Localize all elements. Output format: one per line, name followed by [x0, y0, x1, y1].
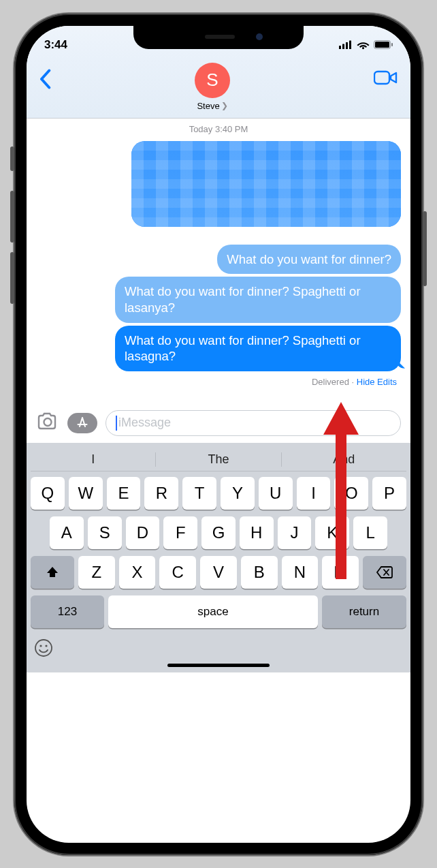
- contact-name: Steve: [197, 101, 219, 111]
- camera-icon: [36, 412, 59, 431]
- suggestion[interactable]: And: [282, 452, 406, 467]
- svg-rect-6: [391, 43, 393, 46]
- status-icons: [339, 40, 393, 50]
- facetime-button[interactable]: [374, 69, 398, 89]
- hide-edits-button[interactable]: Hide Edits: [357, 377, 397, 387]
- message-edit-history[interactable]: What do you want for dinner?: [217, 245, 401, 275]
- chevron-left-icon: [39, 69, 51, 89]
- message-text: What do you want for dinner? Spaghetti o…: [125, 284, 361, 315]
- key-n[interactable]: N: [282, 556, 319, 589]
- composer-bar: iMessage: [27, 405, 410, 443]
- backspace-icon: [376, 565, 393, 579]
- key-j[interactable]: J: [278, 516, 312, 549]
- svg-point-9: [35, 640, 52, 656]
- key-z[interactable]: Z: [78, 556, 115, 589]
- notch: [133, 26, 304, 49]
- key-g[interactable]: G: [201, 516, 236, 549]
- key-b[interactable]: B: [241, 556, 278, 589]
- key-s[interactable]: S: [88, 516, 122, 549]
- svg-rect-7: [374, 72, 389, 84]
- key-h[interactable]: H: [240, 516, 274, 549]
- message-redacted[interactable]: [131, 141, 401, 227]
- app-store-button[interactable]: [67, 413, 97, 433]
- suggestion[interactable]: I: [31, 452, 156, 467]
- space-key[interactable]: space: [108, 595, 318, 628]
- keyboard: I The And Q W E R T Y U I O P A S D F: [27, 443, 410, 672]
- message-text: What do you want for dinner? Spaghetti o…: [125, 333, 361, 364]
- key-u[interactable]: U: [259, 477, 293, 510]
- message-text: What do you want for dinner?: [227, 252, 391, 266]
- key-t[interactable]: T: [182, 477, 216, 510]
- timestamp: Today 3:40 PM: [36, 124, 401, 134]
- svg-rect-2: [346, 42, 348, 49]
- svg-point-10: [39, 645, 42, 647]
- return-key[interactable]: return: [322, 595, 406, 628]
- key-i[interactable]: I: [297, 477, 331, 510]
- emoji-button[interactable]: [33, 642, 54, 662]
- shift-icon: [45, 565, 60, 580]
- key-d[interactable]: D: [126, 516, 160, 549]
- message-placeholder: iMessage: [118, 416, 171, 430]
- avatar: S: [195, 63, 230, 98]
- home-indicator[interactable]: [167, 664, 270, 667]
- svg-rect-5: [375, 42, 389, 48]
- message-sent[interactable]: What do you want for dinner? Spaghetti o…: [115, 326, 401, 371]
- status-time: 3:44: [44, 38, 67, 52]
- key-o[interactable]: O: [334, 477, 368, 510]
- text-cursor: [116, 416, 117, 431]
- key-y[interactable]: Y: [221, 477, 255, 510]
- key-q[interactable]: Q: [31, 477, 65, 510]
- svg-rect-0: [339, 46, 341, 49]
- svg-rect-1: [342, 44, 344, 50]
- back-button[interactable]: [39, 68, 51, 95]
- key-e[interactable]: E: [107, 477, 141, 510]
- avatar-initial: S: [206, 69, 218, 91]
- numbers-key[interactable]: 123: [31, 595, 104, 628]
- key-v[interactable]: V: [200, 556, 237, 589]
- quicktype-bar: I The And: [31, 448, 406, 471]
- wifi-icon: [357, 40, 370, 50]
- contact-header[interactable]: S Steve ❯: [195, 63, 230, 111]
- emoji-icon: [33, 638, 54, 658]
- cellular-icon: [339, 40, 353, 49]
- svg-point-11: [45, 645, 47, 647]
- key-r[interactable]: R: [144, 477, 178, 510]
- shift-key[interactable]: [31, 556, 74, 589]
- key-x[interactable]: X: [119, 556, 156, 589]
- key-f[interactable]: F: [163, 516, 197, 549]
- camera-button[interactable]: [36, 412, 59, 434]
- backspace-key[interactable]: [363, 556, 406, 589]
- conversation-header: S Steve ❯: [27, 59, 410, 119]
- chevron-right-icon: ❯: [221, 101, 228, 110]
- key-a[interactable]: A: [50, 516, 84, 549]
- svg-point-8: [44, 418, 52, 426]
- key-k[interactable]: K: [315, 516, 349, 549]
- message-status-line: Delivered · Hide Edits: [36, 374, 401, 388]
- battery-icon: [374, 40, 393, 49]
- key-w[interactable]: W: [69, 477, 103, 510]
- key-m[interactable]: M: [322, 556, 359, 589]
- message-edit-history[interactable]: What do you want for dinner? Spaghetti o…: [115, 277, 401, 322]
- key-p[interactable]: P: [372, 477, 406, 510]
- app-store-icon: [76, 416, 89, 430]
- delivered-label: Delivered: [312, 377, 349, 387]
- video-icon: [374, 69, 398, 86]
- svg-rect-3: [349, 41, 351, 50]
- key-c[interactable]: C: [159, 556, 196, 589]
- message-input[interactable]: iMessage: [106, 410, 401, 436]
- messages-area[interactable]: Today 3:40 PM What do you want for dinne…: [27, 119, 410, 405]
- suggestion[interactable]: The: [156, 452, 281, 467]
- key-l[interactable]: L: [353, 516, 387, 549]
